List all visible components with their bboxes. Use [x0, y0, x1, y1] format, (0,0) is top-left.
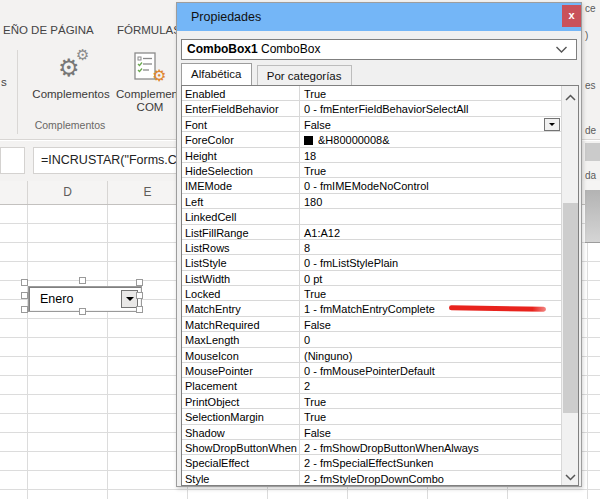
property-value[interactable]: 0 - fmMousePointerDefault [300, 363, 561, 377]
property-value[interactable]: A1:A12 [300, 225, 561, 239]
property-name[interactable]: Enabled [182, 86, 300, 100]
property-value[interactable]: False [300, 117, 561, 131]
selection-handle-top-right[interactable] [136, 279, 143, 286]
property-value[interactable]: 0 - fmListStylePlain [300, 255, 561, 269]
property-value[interactable]: 0 - fmEnterFieldBehaviorSelectAll [300, 101, 561, 115]
property-row[interactable]: MouseIcon(Ninguno) [182, 348, 561, 363]
property-name[interactable]: EnterFieldBehavior [182, 101, 300, 115]
property-value[interactable]: 2 [300, 378, 561, 392]
selection-handle-bottom-mid[interactable] [79, 308, 86, 315]
property-value[interactable]: 0 [300, 332, 561, 346]
property-row[interactable]: MousePointer0 - fmMousePointerDefault [182, 363, 561, 378]
property-value[interactable]: False [300, 425, 561, 439]
property-name[interactable]: Locked [182, 286, 300, 300]
property-name[interactable]: SelectionMargin [182, 409, 300, 423]
property-name[interactable]: MatchRequired [182, 317, 300, 331]
property-row[interactable]: ListRows8 [182, 240, 561, 255]
property-value[interactable]: 2 - fmSpecialEffectSunken [300, 455, 561, 469]
property-row[interactable]: HideSelectionTrue [182, 163, 561, 178]
tab-categorized[interactable]: Por categorías [257, 65, 352, 85]
column-header-partial[interactable] [0, 181, 28, 204]
property-value[interactable]: &H80000008& [300, 132, 561, 146]
property-value[interactable]: True [300, 409, 561, 423]
selection-handle-bottom-left[interactable] [21, 306, 28, 313]
scroll-down-icon[interactable] [562, 467, 579, 483]
property-value[interactable]: True [300, 394, 561, 408]
property-row[interactable]: MaxLength0 [182, 332, 561, 347]
property-row[interactable]: ListFillRangeA1:A12 [182, 225, 561, 240]
property-row[interactable]: SpecialEffect2 - fmSpecialEffectSunken [182, 455, 561, 470]
property-row[interactable]: Placement2 [182, 378, 561, 393]
property-name[interactable]: ListRows [182, 240, 300, 254]
object-selector[interactable]: ComboBox1 ComboBox [181, 39, 577, 60]
property-row[interactable]: ShowDropButtonWhen2 - fmShowDropButtonWh… [182, 440, 561, 455]
property-value[interactable] [300, 209, 561, 223]
property-row[interactable]: Left180 [182, 194, 561, 209]
property-value[interactable]: True [300, 286, 561, 300]
tab-formulas[interactable]: FÓRMULAS [117, 24, 181, 36]
property-row[interactable]: Style2 - fmStyleDropDownCombo [182, 471, 561, 485]
property-row[interactable]: ShadowFalse [182, 425, 561, 440]
property-row[interactable]: EnterFieldBehavior0 - fmEnterFieldBehavi… [182, 101, 561, 116]
property-name[interactable]: MatchEntry [182, 301, 300, 315]
property-name[interactable]: ListFillRange [182, 225, 300, 239]
property-name[interactable]: Placement [182, 378, 300, 392]
selection-handle-bottom-right[interactable] [136, 306, 143, 313]
property-name[interactable]: SpecialEffect [182, 455, 300, 469]
property-name[interactable]: PrintObject [182, 394, 300, 408]
close-button[interactable]: x [562, 5, 581, 27]
property-name[interactable]: MousePointer [182, 363, 300, 377]
property-value[interactable]: False [300, 317, 561, 331]
property-row[interactable]: ListStyle0 - fmListStylePlain [182, 255, 561, 270]
tab-alphabetic[interactable]: Alfabética [181, 63, 252, 85]
property-row[interactable]: MatchRequiredFalse [182, 317, 561, 332]
add-ins-button[interactable]: ⚙⚙ Complementos [24, 50, 118, 101]
property-value[interactable]: 180 [300, 194, 561, 208]
property-row[interactable]: EnabledTrue [182, 86, 561, 101]
property-row[interactable]: LinkedCell [182, 209, 561, 224]
selection-handle-mid-right[interactable] [136, 292, 143, 299]
property-name[interactable]: Left [182, 194, 300, 208]
property-row[interactable]: ForeColor&H80000008& [182, 132, 561, 147]
selection-handle-top-mid[interactable] [79, 277, 86, 284]
property-name[interactable]: IMEMode [182, 178, 300, 192]
properties-window-titlebar[interactable]: Propiedades [177, 3, 581, 31]
selection-handle-mid-left[interactable] [21, 292, 28, 299]
selection-handle-top-left[interactable] [21, 279, 28, 286]
property-name[interactable]: MouseIcon [182, 348, 300, 362]
property-name[interactable]: Shadow [182, 425, 300, 439]
property-value[interactable]: True [300, 86, 561, 100]
property-name[interactable]: ListWidth [182, 271, 300, 285]
property-row[interactable]: ListWidth0 pt [182, 271, 561, 286]
scrollbar-thumb[interactable] [563, 203, 578, 413]
scroll-up-icon[interactable] [562, 88, 579, 104]
property-name[interactable]: ShowDropButtonWhen [182, 440, 300, 454]
property-row[interactable]: PrintObjectTrue [182, 394, 561, 409]
property-name[interactable]: Font [182, 117, 300, 131]
name-box[interactable] [0, 147, 25, 174]
com-add-ins-button[interactable]: ⚙ Complementos COM [116, 50, 184, 114]
property-name[interactable]: MaxLength [182, 332, 300, 346]
value-dropdown-button[interactable] [544, 118, 560, 131]
property-name[interactable]: LinkedCell [182, 209, 300, 223]
property-name[interactable]: Height [182, 148, 300, 162]
property-name[interactable]: HideSelection [182, 163, 300, 177]
property-row[interactable]: FontFalse [182, 117, 561, 132]
property-value[interactable]: (Ninguno) [300, 348, 561, 362]
property-row[interactable]: SelectionMarginTrue [182, 409, 561, 424]
property-value[interactable]: True [300, 163, 561, 177]
property-value[interactable]: 0 pt [300, 271, 561, 285]
property-row[interactable]: IMEMode0 - fmIMEModeNoControl [182, 178, 561, 193]
property-name[interactable]: ForeColor [182, 132, 300, 146]
property-name[interactable]: Style [182, 471, 300, 485]
property-value[interactable]: 0 - fmIMEModeNoControl [300, 178, 561, 192]
property-row[interactable]: LockedTrue [182, 286, 561, 301]
column-header-d[interactable]: D [28, 181, 108, 204]
property-name[interactable]: ListStyle [182, 255, 300, 269]
property-row[interactable]: Height18 [182, 148, 561, 163]
property-value[interactable]: 2 - fmShowDropButtonWhenAlways [300, 440, 561, 454]
property-grid-scrollbar[interactable] [561, 86, 578, 485]
tab-page-layout[interactable]: EÑO DE PÁGINA [3, 24, 94, 36]
property-value[interactable]: 18 [300, 148, 561, 162]
property-value[interactable]: 2 - fmStyleDropDownCombo [300, 471, 561, 485]
